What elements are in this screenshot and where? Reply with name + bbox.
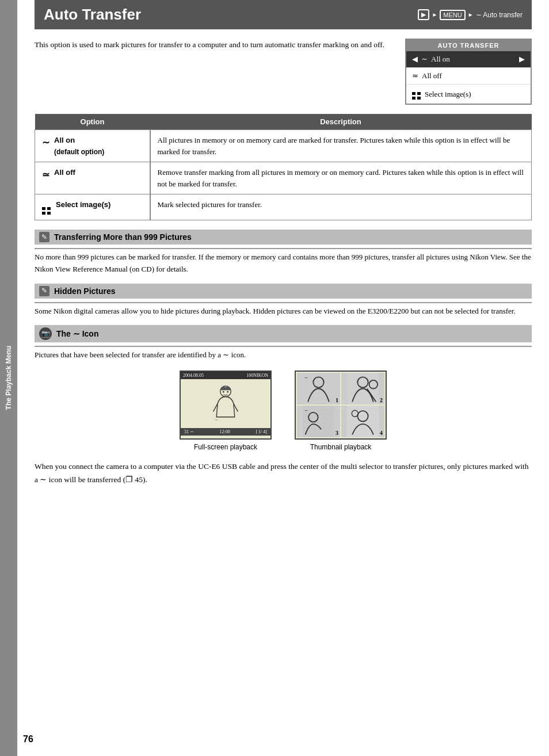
person-illustration: ∼ [211,385,240,422]
thumb-illustration-4 [341,406,384,437]
menu-arrow-right: ▶ [519,55,525,64]
thumb-number-3: 3 [336,430,338,436]
svg-point-4 [227,391,228,393]
fullscreen-caption: Full-screen playback [194,443,257,451]
thumb-illustration-2 [341,373,384,404]
menu-label-alloff: All off [422,71,442,81]
side-tab-label: The Playback Menu [5,346,13,410]
allon-icon: ∼ [42,136,49,150]
svg-text:∼: ∼ [304,408,308,413]
nav-auto-transfer: ∼ Auto transfer [476,11,523,19]
grid-icon [412,92,421,100]
thumbnail-image-container: ∼ 1 2 [295,371,387,451]
note-title-3: The ∼ Icon [56,329,98,338]
cam-footer-left: 31 ∼ [184,429,194,434]
thumb-cell-2: 2 [341,373,384,404]
description-cell-select: Mark selected pictures for transfer. [150,194,532,220]
intro-text: This option is used to mark pictures for… [35,39,396,105]
description-cell-alloff: Remove transfer marking from all picture… [150,162,532,194]
options-table: Option Description ∼ All on(default opti… [35,114,532,220]
option-cell-alloff: ≃ All off [35,162,150,194]
menu-icon: MENU [440,10,465,20]
menu-icon-allon: ∼ [421,55,428,64]
cam-date: 2004.08.05 [183,373,204,378]
pencil-icon-1: ✎ [39,232,49,242]
thumb-cell-1: ∼ 1 [297,373,340,404]
note-title-1: Transferring More than 999 Pictures [54,232,192,242]
note-icon-info: 📷 The ∼ Icon Pictures that have been sel… [35,325,532,361]
thumb-cell-3: ∼ 3 [297,406,340,437]
cam-footer: 31 ∼ 12:00 [ 1/ 4] [181,428,270,436]
menu-icon-select [412,88,421,100]
menu-item-select-images[interactable]: Select image(s) [406,85,531,104]
cam-time: 12:00 [220,429,230,434]
page-title: Auto Transfer [44,6,141,24]
page-number: 76 [23,734,33,744]
alloff-icon: ≃ [42,168,49,182]
header-nav: ▶ ► MENU ► ∼ Auto transfer [418,9,523,20]
cam-folder: 100NIKON [246,373,268,378]
header-bar: Auto Transfer ▶ ► MENU ► ∼ Auto transfer [35,0,532,29]
menu-item-all-off[interactable]: ≃ All off [406,68,531,85]
description-cell-allon: All pictures in memory or on memory card… [150,130,532,162]
svg-point-3 [223,391,224,393]
menu-item-all-on[interactable]: ◀ ∼ All on ▶ [406,51,531,68]
note-header-1: ✎ Transferring More than 999 Pictures [35,230,532,245]
note-header-3: 📷 The ∼ Icon [35,325,532,342]
col-option-header: Option [35,114,150,130]
note-title-2: Hidden Pictures [54,287,116,296]
note-body-1: No more than 999 pictures can be marked … [35,251,532,276]
nav-arrow-1: ► [432,12,437,18]
option-cell-select: Select image(s) [35,194,150,220]
divider-2 [35,302,532,303]
select-icon [42,200,51,215]
menu-icon-alloff: ≃ [412,71,418,81]
thumb-illustration-1: ∼ [297,373,340,404]
divider-1 [35,248,532,249]
thumbnail-grid: ∼ 1 2 [295,371,387,440]
thumb-number-2: 2 [380,397,383,403]
svg-text:∼: ∼ [215,418,218,422]
table-row: ≃ All off Remove transfer marking from a… [35,162,532,194]
option-cell-allon: ∼ All on(default option) [35,130,150,162]
table-row: Select image(s) Mark selected pictures f… [35,194,532,220]
thumb-number-1: 1 [336,397,338,403]
images-section: 2004.08.05 100NIKON [35,371,532,451]
play-icon: ▶ [418,9,429,20]
divider-3 [35,346,532,347]
thumbnail-caption: Thumbnail playback [310,443,372,451]
cam-header: 2004.08.05 100NIKON [181,372,270,379]
pencil-icon-2: ✎ [39,286,49,296]
fullscreen-image-container: 2004.08.05 100NIKON [180,371,272,451]
alloff-label: All off [54,167,75,178]
intro-section: This option is used to mark pictures for… [35,39,532,105]
auto-transfer-menu: AUTO TRANSFER ◀ ∼ All on ▶ ≃ All off [405,39,532,105]
note-body-3: Pictures that have been selected for tra… [35,349,532,361]
allon-label: All on(default option) [54,135,104,157]
nav-arrow-2: ► [468,12,474,18]
thumb-illustration-3: ∼ [297,406,340,437]
note-transferring: ✎ Transferring More than 999 Pictures No… [35,230,532,276]
note-header-2: ✎ Hidden Pictures [35,284,532,299]
menu-panel-title: AUTO TRANSFER [406,40,531,51]
table-row: ∼ All on(default option) All pictures in… [35,130,532,162]
thumb-cell-4: 4 [341,406,384,437]
svg-text:∼: ∼ [304,375,308,380]
menu-arrow-left: ◀ [412,55,418,64]
note-hidden-pictures: ✎ Hidden Pictures Some Nikon digital cam… [35,284,532,318]
camera-icon: 📷 [39,327,52,340]
select-label: Select image(s) [56,199,110,211]
cam-body: ∼ [181,379,270,428]
side-tab: The Playback Menu [0,0,17,756]
cam-footer-count: [ 1/ 4] [256,429,267,434]
menu-label-allon: All on [431,55,450,64]
bottom-text: When you connect the camera to a compute… [35,460,532,487]
thumb-number-4: 4 [380,430,383,436]
menu-label-select: Select image(s) [425,90,471,99]
note-body-2: Some Nikon digital cameras allow you to … [35,306,532,318]
col-description-header: Description [150,114,532,130]
camera-screen-fullscreen: 2004.08.05 100NIKON [180,371,272,440]
